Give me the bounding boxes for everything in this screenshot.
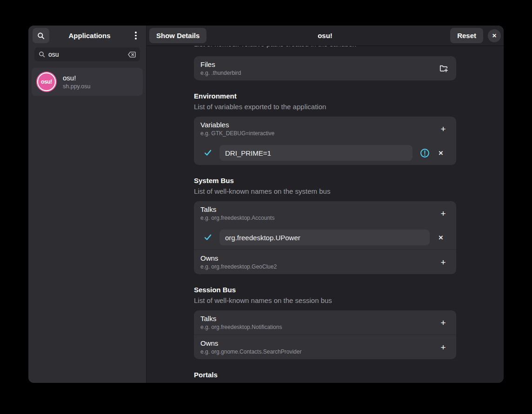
system-talk-entry-input[interactable] bbox=[219, 230, 430, 245]
remove-system-talk-button[interactable]: ✕ bbox=[437, 234, 445, 241]
system-owns-row: Owns e.g. org.freedesktop.GeoClue2 + bbox=[194, 250, 456, 274]
app-name: osu! bbox=[63, 74, 91, 82]
main-headerbar: osu! Show Details Reset ✕ bbox=[146, 26, 504, 46]
system-owns-title: Owns bbox=[200, 254, 277, 262]
session-talks-row: Talks e.g. org.freedesktop.Notifications… bbox=[194, 310, 456, 335]
search-entry[interactable] bbox=[34, 47, 140, 61]
plus-icon: + bbox=[438, 125, 448, 133]
environment-description: List of variables exported to the applic… bbox=[194, 103, 456, 111]
variable-entry-input[interactable] bbox=[219, 145, 412, 161]
reset-button[interactable]: Reset bbox=[450, 28, 483, 43]
files-row: Files e.g. .thunderbird bbox=[194, 56, 456, 80]
clear-search-icon[interactable] bbox=[128, 52, 136, 58]
close-button[interactable]: ✕ bbox=[488, 29, 501, 42]
show-details-button[interactable]: Show Details bbox=[149, 28, 206, 43]
persistent-files-card: Files e.g. .thunderbird bbox=[194, 56, 456, 80]
add-file-button[interactable] bbox=[439, 64, 448, 73]
enabled-check-icon bbox=[204, 149, 212, 157]
search-toggle-button[interactable] bbox=[33, 28, 49, 43]
session-bus-heading: Session Bus bbox=[194, 286, 456, 294]
system-talks-subtitle: e.g. org.freedesktop.Accounts bbox=[200, 215, 274, 221]
files-row-subtitle: e.g. .thunderbird bbox=[200, 70, 241, 76]
add-system-own-button[interactable]: + bbox=[438, 258, 448, 267]
flatseal-window: Applications bbox=[28, 26, 504, 383]
search-input[interactable] bbox=[48, 51, 125, 58]
session-talks-subtitle: e.g. org.freedesktop.Notifications bbox=[200, 324, 282, 330]
warning-icon[interactable] bbox=[420, 148, 430, 158]
add-session-own-button[interactable]: + bbox=[438, 343, 448, 352]
system-bus-card: Talks e.g. org.freedesktop.Accounts + ✕ bbox=[194, 201, 456, 274]
system-bus-heading: System Bus bbox=[194, 177, 456, 184]
remove-variable-button[interactable]: ✕ bbox=[437, 150, 445, 157]
close-icon: ✕ bbox=[492, 33, 497, 39]
osu-app-icon: osu! bbox=[36, 72, 57, 92]
app-id: sh.ppy.osu bbox=[63, 83, 91, 90]
variables-row-subtitle: e.g. GTK_DEBUG=interactive bbox=[200, 130, 274, 137]
system-talk-entry-row: ✕ bbox=[194, 225, 456, 250]
sidebar-title: Applications bbox=[49, 32, 130, 39]
app-row-osu[interactable]: osu! osu! sh.ppy.osu bbox=[32, 68, 143, 96]
permissions-scroll-area[interactable]: List of homedir-relative paths created i… bbox=[146, 46, 504, 383]
files-row-title: Files bbox=[200, 60, 241, 68]
system-owns-subtitle: e.g. org.freedesktop.GeoClue2 bbox=[200, 263, 277, 270]
enabled-check-icon bbox=[204, 233, 212, 242]
plus-icon: + bbox=[438, 343, 448, 352]
folder-new-icon bbox=[439, 64, 448, 73]
variables-row-title: Variables bbox=[200, 121, 274, 129]
add-system-talk-button[interactable]: + bbox=[438, 209, 448, 218]
plus-icon: + bbox=[438, 318, 448, 327]
persistent-section-description: List of homedir-relative paths created i… bbox=[194, 46, 456, 48]
search-icon bbox=[39, 51, 45, 58]
menu-button[interactable] bbox=[130, 29, 142, 43]
environment-heading: Environment bbox=[194, 92, 456, 100]
variables-row: Variables e.g. GTK_DEBUG=interactive + bbox=[194, 117, 456, 141]
search-row bbox=[28, 46, 146, 64]
session-talks-title: Talks bbox=[200, 315, 282, 322]
add-session-talk-button[interactable]: + bbox=[438, 318, 448, 327]
plus-icon: + bbox=[438, 209, 448, 218]
sidebar-headerbar: Applications bbox=[28, 26, 146, 46]
session-owns-title: Owns bbox=[200, 339, 301, 347]
main-panel: osu! Show Details Reset ✕ List of homedi… bbox=[146, 26, 504, 383]
add-variable-button[interactable]: + bbox=[438, 125, 448, 133]
system-talks-row: Talks e.g. org.freedesktop.Accounts + bbox=[194, 201, 456, 225]
variable-entry-row: ✕ bbox=[194, 141, 456, 165]
plus-icon: + bbox=[438, 258, 448, 267]
session-owns-row: Owns e.g. org.gnome.Contacts.SearchProvi… bbox=[194, 335, 456, 359]
system-bus-description: List of well-known names on the system b… bbox=[194, 187, 456, 195]
session-bus-description: List of well-known names on the session … bbox=[194, 296, 456, 304]
app-list: osu! osu! sh.ppy.osu bbox=[28, 64, 146, 99]
kebab-menu-icon bbox=[135, 32, 137, 33]
search-icon bbox=[37, 32, 45, 39]
session-bus-card: Talks e.g. org.freedesktop.Notifications… bbox=[194, 310, 456, 359]
system-talks-title: Talks bbox=[200, 205, 274, 213]
environment-card: Variables e.g. GTK_DEBUG=interactive + bbox=[194, 117, 456, 165]
portals-heading: Portals bbox=[194, 371, 456, 379]
session-owns-subtitle: e.g. org.gnome.Contacts.SearchProvider bbox=[200, 348, 301, 355]
sidebar: Applications bbox=[28, 26, 146, 383]
